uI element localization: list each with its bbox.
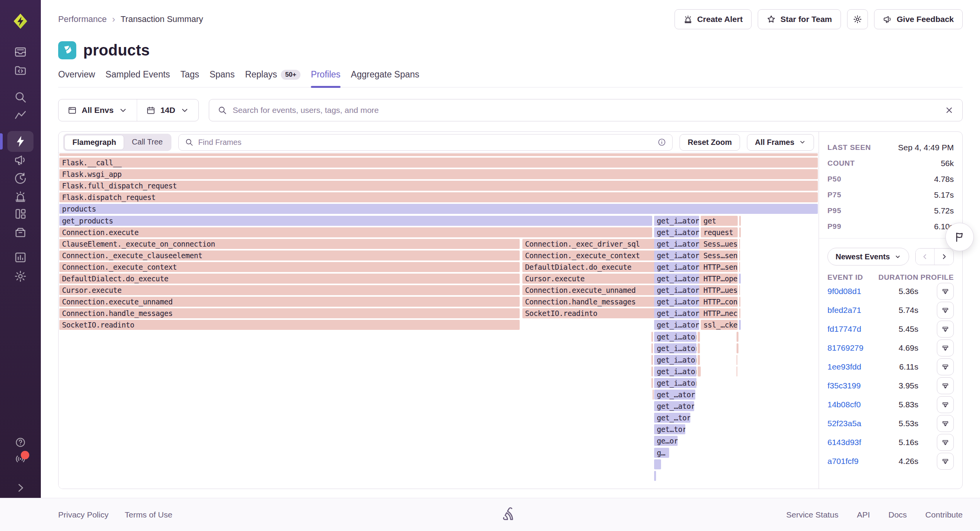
flame-frame[interactable]: Flask.dispatch_request — [59, 192, 818, 202]
sidebar-item-projects[interactable] — [9, 62, 32, 79]
view-profile-button[interactable] — [937, 434, 954, 451]
view-profile-button[interactable] — [937, 415, 954, 432]
flame-frame[interactable]: get_i…ator — [654, 332, 696, 342]
create-alert-button[interactable]: Create Alert — [675, 9, 752, 29]
view-profile-button[interactable] — [937, 453, 954, 470]
flame-frame[interactable]: get_i…ator — [654, 366, 696, 376]
view-profile-button[interactable] — [937, 339, 954, 356]
flame-frame[interactable]: get_i…ator — [654, 262, 699, 272]
event-id-link[interactable]: 52f23a5a — [827, 419, 873, 428]
feedback-fab[interactable] — [945, 223, 974, 251]
flame-frame[interactable] — [737, 366, 737, 376]
flame-frame[interactable]: Sess…send — [701, 250, 738, 260]
flame-frame[interactable] — [651, 332, 653, 342]
environment-selector[interactable]: All Envs — [59, 99, 137, 121]
tab-call-tree[interactable]: Call Tree — [124, 135, 170, 150]
sidebar-item-stats[interactable] — [9, 249, 32, 266]
flame-frame[interactable]: get_…ator — [654, 401, 694, 411]
flame-frame[interactable]: get_i…ator — [654, 297, 699, 307]
flame-frame[interactable] — [739, 308, 740, 318]
flame-frame[interactable] — [739, 227, 741, 237]
flame-frame[interactable]: ssl_…cket — [701, 320, 738, 330]
flame-frame[interactable]: get_i…ator — [654, 239, 699, 249]
flame-frame[interactable]: ge…or — [654, 436, 678, 446]
flame-frame[interactable] — [739, 320, 741, 330]
tab-spans[interactable]: Spans — [210, 69, 235, 87]
frames-filter-select[interactable]: All Frames — [747, 134, 814, 151]
sidebar-item-help[interactable] — [9, 434, 32, 451]
sidebar-item-performance[interactable] — [9, 107, 32, 124]
flame-frame[interactable]: get_i…ator — [654, 285, 699, 295]
flame-frame[interactable]: products — [59, 204, 818, 214]
flame-frame[interactable] — [59, 153, 818, 156]
flame-frame[interactable]: get_i…ator — [654, 343, 696, 353]
view-profile-button[interactable] — [937, 396, 954, 413]
flame-frame[interactable]: get_…tor — [654, 413, 690, 423]
flame-frame[interactable] — [651, 343, 653, 353]
view-profile-button[interactable] — [937, 321, 954, 338]
flame-frame[interactable] — [654, 471, 656, 481]
view-profile-button[interactable] — [937, 358, 954, 375]
flame-frame[interactable]: Sess…uest — [701, 239, 738, 249]
prev-page-button[interactable] — [916, 249, 935, 265]
flame-frame[interactable] — [698, 366, 701, 376]
view-profile-button[interactable] — [937, 377, 954, 394]
flame-frame[interactable]: HTTP…open — [701, 274, 738, 284]
flame-frame[interactable]: HTTP…conn — [701, 297, 738, 307]
flame-frame[interactable]: Connection._execute_context — [59, 262, 520, 272]
settings-button[interactable] — [847, 9, 868, 29]
sidebar-collapse-toggle[interactable] — [9, 479, 32, 497]
flame-frame[interactable]: Connection.handle_messages — [59, 308, 520, 318]
sidebar-item-dashboards[interactable] — [9, 205, 32, 223]
view-profile-button[interactable] — [937, 302, 954, 319]
flame-frame[interactable]: SocketIO.readinto — [59, 320, 520, 330]
breadcrumb-performance[interactable]: Performance — [58, 14, 107, 24]
event-sort-select[interactable]: Newest Events — [827, 248, 909, 266]
sidebar-item-broadcasts[interactable] — [9, 450, 32, 468]
tab-replays[interactable]: Replays50+ — [245, 69, 300, 87]
flame-frame[interactable]: Flask.wsgi_app — [59, 169, 818, 179]
flame-frame[interactable] — [739, 262, 740, 272]
footer-link-service-status[interactable]: Service Status — [786, 510, 838, 519]
flame-frame[interactable] — [651, 378, 653, 388]
sentry-logo[interactable] — [9, 10, 32, 32]
flame-frame[interactable]: get_products — [59, 216, 652, 226]
sidebar-item-releases-archive[interactable] — [9, 223, 32, 241]
flame-frame[interactable]: get — [701, 216, 738, 226]
sidebar-item-issues[interactable] — [9, 43, 32, 61]
footer-link-terms-of-use[interactable]: Terms of Use — [125, 510, 173, 519]
flame-frame[interactable]: Flask.__call__ — [59, 158, 818, 168]
event-id-link[interactable]: a701fcf9 — [827, 457, 873, 466]
tab-flamegraph[interactable]: Flamegraph — [64, 135, 124, 150]
tab-aggregate-spans[interactable]: Aggregate Spans — [351, 69, 420, 87]
sidebar-item-discover[interactable] — [9, 88, 32, 106]
flame-frame[interactable] — [737, 332, 738, 342]
flame-frame[interactable]: get_i…ator — [654, 227, 699, 237]
flame-frame[interactable]: get_i…ator — [654, 274, 699, 284]
event-id-link[interactable]: 6143d93f — [827, 438, 873, 447]
event-id-link[interactable]: 1ee93fdd — [827, 362, 873, 371]
close-icon[interactable] — [945, 106, 954, 115]
flame-frame[interactable]: get_i…ator — [654, 320, 699, 330]
tab-profiles[interactable]: Profiles — [311, 69, 341, 87]
give-feedback-button[interactable]: Give Feedback — [874, 9, 963, 29]
flame-frame[interactable]: g… — [654, 448, 669, 458]
footer-link-privacy-policy[interactable]: Privacy Policy — [58, 510, 109, 519]
event-id-link[interactable]: 81769279 — [827, 343, 873, 353]
search-input[interactable]: Search for events, users, tags, and more — [209, 99, 963, 121]
find-frames-input[interactable]: Find Frames — [178, 134, 673, 151]
flame-frame[interactable]: Connection.execute_unnamed — [59, 297, 520, 307]
flame-frame[interactable]: get_i…ator — [654, 216, 699, 226]
event-id-link[interactable]: 14b08cf0 — [827, 400, 873, 409]
sidebar-item-profiling[interactable] — [7, 131, 34, 152]
flame-frame[interactable]: DefaultDialect.do_execute — [59, 274, 520, 284]
sidebar-item-releases[interactable] — [9, 151, 32, 169]
flame-frame[interactable]: get…tor — [654, 424, 685, 434]
event-id-link[interactable]: fd17747d — [827, 324, 873, 334]
flame-frame[interactable] — [739, 274, 741, 284]
event-id-link[interactable]: 9f0d08d1 — [827, 287, 873, 296]
flame-frame[interactable]: request — [701, 227, 738, 237]
flame-frame[interactable] — [698, 355, 700, 365]
flame-frame[interactable]: get_i…ator — [654, 355, 696, 365]
star-for-team-button[interactable]: Star for Team — [758, 9, 841, 29]
